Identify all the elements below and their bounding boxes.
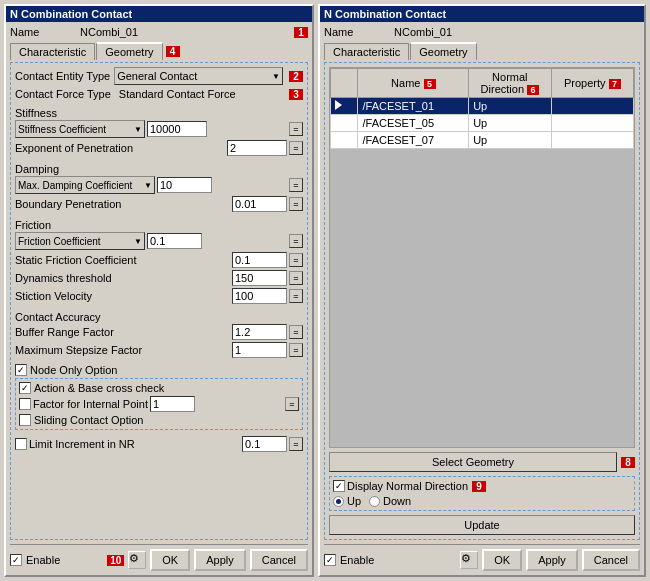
radio-up[interactable] [333,496,344,507]
sliding-contact-checkbox[interactable] [19,414,31,426]
stiffness-coeff-input[interactable] [147,121,207,137]
apply-button-right[interactable]: Apply [526,549,578,571]
radio-down-row[interactable]: Down [369,495,411,507]
left-dialog-title: N Combination Contact [6,6,312,22]
right-dialog: N Combination Contact Name NCombi_01 Cha… [318,4,646,577]
row-name: /FACESET_07 [358,132,469,149]
select-geometry-button[interactable]: Select Geometry [329,452,617,472]
right-name-value: NCombi_01 [364,26,640,38]
contact-accuracy-label: Contact Accuracy [15,311,303,323]
buffer-range-input[interactable] [232,324,287,340]
badge-4: 4 [166,46,180,57]
friction-coeff-input[interactable] [147,233,202,249]
buffer-range-eq-btn[interactable]: = [289,325,303,339]
static-friction-label: Static Friction Coefficient [15,254,230,266]
boundary-eq-btn[interactable]: = [289,197,303,211]
main-content-box: Contact Entity Type General Contact ▼ 2 … [10,62,308,540]
stiffness-eq-btn[interactable]: = [289,122,303,136]
dropdown-arrow-friction: ▼ [134,237,142,246]
right-tab-characteristic[interactable]: Characteristic [324,43,409,60]
row-arrow [331,98,358,115]
dropdown-arrow-damping: ▼ [144,181,152,190]
selected-arrow-icon [335,100,342,110]
radio-down[interactable] [369,496,380,507]
static-friction-input[interactable] [232,252,287,268]
update-button[interactable]: Update [329,515,635,535]
badge-7: 7 [609,79,621,89]
limit-increment-input[interactable] [242,436,287,452]
exponent-eq-btn[interactable]: = [289,141,303,155]
row-property [551,132,633,149]
badge-3: 3 [289,89,303,100]
ok-button-left[interactable]: OK [150,549,190,571]
table-row[interactable]: /FACESET_07Up [331,132,634,149]
left-bottom-bar: Enable 10 ⚙ OK Apply Cancel [10,544,308,571]
factor-internal-eq-btn[interactable]: = [285,397,299,411]
factor-internal-checkbox[interactable] [19,398,31,410]
settings-icon-right[interactable]: ⚙ [460,551,478,569]
table-col-arrow [331,69,358,98]
limit-increment-checkbox[interactable] [15,438,27,450]
max-stepsize-input[interactable] [232,342,287,358]
boundary-penetration-label: Boundary Penetration [15,198,230,210]
row-name: /FACESET_05 [358,115,469,132]
contact-force-value: Standard Contact Force [119,88,236,100]
stiction-eq-btn[interactable]: = [289,289,303,303]
right-name-label: Name [324,26,364,38]
row-direction: Up [469,115,551,132]
apply-button-left[interactable]: Apply [194,549,246,571]
right-enable-checkbox[interactable] [324,554,336,566]
tab-characteristic[interactable]: Characteristic [10,43,95,60]
badge-5: 5 [424,79,436,89]
table-row[interactable]: /FACESET_01Up [331,98,634,115]
contact-accuracy-section: Contact Accuracy Buffer Range Factor = M… [15,307,303,358]
action-base-checkbox[interactable] [19,382,31,394]
friction-eq-btn[interactable]: = [289,234,303,248]
badge-2: 2 [289,71,303,82]
max-stepsize-label: Maximum Stepsize Factor [15,344,230,356]
max-damping-input[interactable] [157,177,212,193]
cancel-button-left[interactable]: Cancel [250,549,308,571]
node-only-section: Node Only Option Action & Base cross che… [15,361,303,430]
right-enable-label: Enable [340,554,374,566]
limit-increment-label: Limit Increment in NR [29,438,240,450]
max-stepsize-eq-btn[interactable]: = [289,343,303,357]
left-enable-label: Enable [26,554,60,566]
factor-internal-input[interactable] [150,396,195,412]
right-tab-geometry[interactable]: Geometry [410,42,476,60]
row-property [551,115,633,132]
boundary-penetration-input[interactable] [232,196,287,212]
badge-1: 1 [294,27,308,38]
stiffness-label: Stiffness [15,107,303,119]
contact-entity-dropdown[interactable]: General Contact ▼ [114,67,283,85]
radio-up-row[interactable]: Up [333,495,361,507]
display-normal-box: Display Normal Direction 9 Up Down [329,476,635,511]
table-row[interactable]: /FACESET_05Up [331,115,634,132]
damping-eq-btn[interactable]: = [289,178,303,192]
tab-geometry-left[interactable]: Geometry [96,42,162,60]
left-dialog: N Combination Contact Name NCombi_01 1 C… [4,4,314,577]
static-friction-eq-btn[interactable]: = [289,253,303,267]
radio-down-label: Down [383,495,411,507]
settings-icon-left[interactable]: ⚙ [128,551,146,569]
left-enable-checkbox[interactable] [10,554,22,566]
dropdown-arrow-stiffness: ▼ [134,125,142,134]
friction-coeff-dropdown[interactable]: Friction Coefficient ▼ [15,232,145,250]
table-col-name: Name 5 [358,69,469,98]
limit-increment-eq-btn[interactable]: = [289,437,303,451]
badge-9: 9 [472,481,486,492]
max-damping-dropdown[interactable]: Max. Damping Coefficient ▼ [15,176,155,194]
exponent-input[interactable] [227,140,287,156]
stiction-velocity-input[interactable] [232,288,287,304]
dynamics-eq-btn[interactable]: = [289,271,303,285]
dynamics-threshold-input[interactable] [232,270,287,286]
node-only-checkbox[interactable] [15,364,27,376]
cancel-button-right[interactable]: Cancel [582,549,640,571]
table-col-direction: Normal Direction 6 [469,69,551,98]
contact-force-label: Contact Force Type [15,88,111,100]
name-label: Name [10,26,50,38]
display-normal-checkbox[interactable] [333,480,345,492]
stiffness-coeff-dropdown[interactable]: Stiffness Coefficient ▼ [15,120,145,138]
stiffness-section: Stiffness Stiffness Coefficient ▼ = Expo… [15,103,303,156]
ok-button-right[interactable]: OK [482,549,522,571]
